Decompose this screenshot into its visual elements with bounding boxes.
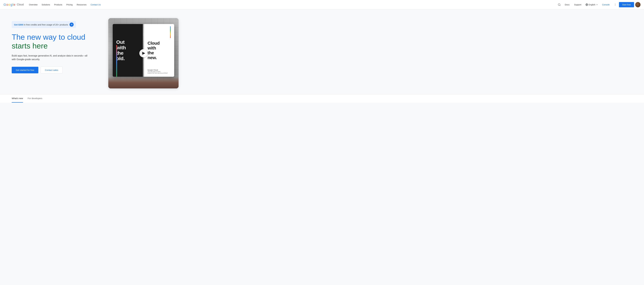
tabs-section: What's new For developers bbox=[0, 94, 644, 102]
play-button[interactable] bbox=[139, 49, 148, 58]
svg-point-4 bbox=[615, 4, 616, 4]
hero-title: The new way to cloud starts here bbox=[12, 33, 100, 50]
svg-point-6 bbox=[615, 5, 616, 6]
main-header: Google Cloud Overview Solutions Products… bbox=[0, 0, 644, 9]
billboard-left-panel: Out with the old. bbox=[113, 24, 143, 77]
header-right: Docs Support English Console Start free bbox=[556, 2, 640, 7]
main-nav: Overview Solutions Products Pricing Reso… bbox=[27, 2, 556, 7]
hero-subtitle: Build apps fast, leverage generative AI,… bbox=[12, 54, 88, 61]
billboard-sub: Explore the new way at g.co/cloud bbox=[148, 72, 171, 74]
billboard-brand: Google Cloud bbox=[148, 69, 171, 71]
nav-item-solutions[interactable]: Solutions bbox=[40, 2, 52, 7]
color-bar bbox=[116, 45, 117, 77]
street-scene bbox=[108, 77, 178, 88]
tabs-container: What's new For developers bbox=[12, 94, 632, 102]
logo[interactable]: Google Cloud bbox=[4, 3, 24, 6]
support-button[interactable]: Support bbox=[572, 2, 583, 7]
promo-bold: Get $300 bbox=[14, 24, 23, 26]
google-color-accent bbox=[170, 26, 171, 38]
promo-banner[interactable]: Get $300 in free credits and free usage … bbox=[12, 21, 76, 28]
billboard-right-panel: Cloud with the new. Google Cloud The new… bbox=[144, 24, 174, 77]
tab-for-developers[interactable]: For developers bbox=[28, 94, 42, 102]
promo-text: Get $300 in free credits and free usage … bbox=[14, 24, 68, 26]
language-selector[interactable]: English bbox=[584, 2, 599, 7]
video-thumbnail[interactable]: Out with the old. Cloud with the bbox=[108, 18, 178, 88]
hero-video: Out with the old. Cloud with the bbox=[108, 18, 178, 88]
language-label: English bbox=[589, 4, 596, 6]
svg-line-1 bbox=[560, 5, 560, 6]
globe-icon bbox=[586, 3, 588, 6]
get-started-button[interactable]: Get started for free bbox=[12, 67, 38, 73]
svg-point-5 bbox=[615, 4, 616, 5]
nav-item-contact-us[interactable]: Contact Us bbox=[89, 2, 102, 7]
contact-sales-button[interactable]: Contact sales bbox=[41, 66, 62, 74]
play-icon bbox=[142, 52, 145, 55]
search-button[interactable] bbox=[556, 2, 562, 7]
billboard-footer: Google Cloud The new way to cloud. Explo… bbox=[148, 69, 171, 74]
cloud-wordmark: Cloud bbox=[17, 3, 24, 6]
hero-content: Get $300 in free credits and free usage … bbox=[12, 18, 100, 82]
nav-item-overview[interactable]: Overview bbox=[27, 2, 39, 7]
hero-title-line2: starts here bbox=[12, 42, 48, 50]
billboard-right-text: Cloud with the new. bbox=[148, 41, 160, 60]
more-vertical-icon bbox=[614, 3, 617, 6]
nav-item-products[interactable]: Products bbox=[52, 2, 64, 7]
search-icon bbox=[558, 3, 561, 6]
start-free-button[interactable]: Start free bbox=[619, 2, 634, 7]
more-options-button[interactable] bbox=[612, 2, 618, 7]
tab-whats-new[interactable]: What's new bbox=[12, 94, 23, 102]
hero-actions: Get started for free Contact sales bbox=[12, 66, 100, 74]
arrow-right-icon bbox=[70, 24, 72, 26]
console-button[interactable]: Console bbox=[600, 2, 611, 7]
google-wordmark: Google bbox=[4, 3, 15, 6]
user-avatar[interactable] bbox=[635, 2, 640, 7]
promo-arrow bbox=[70, 22, 74, 27]
billboard-tagline: The new way to cloud. bbox=[148, 71, 171, 72]
billboard-left-text: Out with the old. bbox=[116, 40, 126, 61]
docs-button[interactable]: Docs bbox=[563, 2, 571, 7]
hero-title-line1: The new way to cloud bbox=[12, 33, 85, 41]
nav-item-resources[interactable]: Resources bbox=[75, 2, 88, 7]
chevron-down-icon bbox=[596, 4, 598, 6]
billboard-scene: Out with the old. Cloud with the bbox=[108, 18, 178, 88]
nav-item-pricing[interactable]: Pricing bbox=[64, 2, 74, 7]
hero-section: Get $300 in free credits and free usage … bbox=[0, 9, 644, 94]
